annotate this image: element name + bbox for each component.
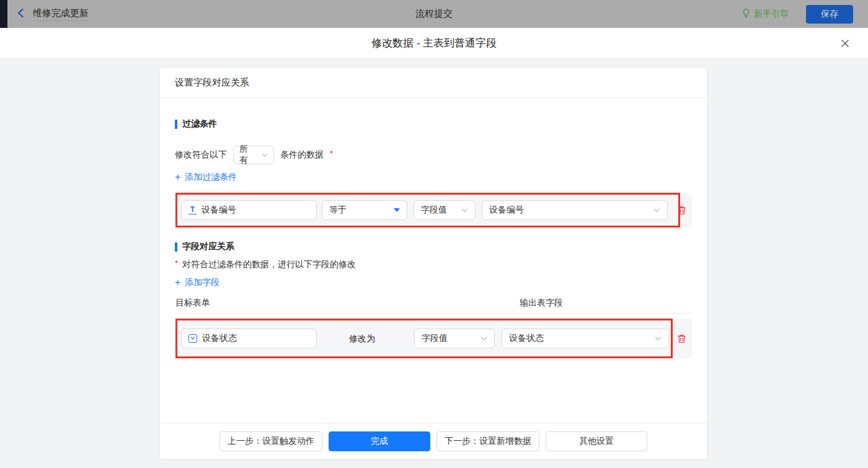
chevron-down-icon	[262, 153, 268, 157]
beginner-guide-button[interactable]: 新手引导	[742, 8, 789, 20]
mapping-note-text: 对符合过滤条件的数据，进行以下字段的修改	[182, 259, 356, 270]
topbar-center-title: 流程提交	[0, 0, 868, 28]
condition-suffix: 条件的数据	[280, 149, 324, 161]
delete-mapping-row-button[interactable]	[676, 333, 687, 344]
text-field-icon: T	[188, 206, 197, 214]
mapping-value-type-select[interactable]: 字段值	[414, 329, 495, 348]
screen: 维修完成更新 流程提交 新手引导 保存 修改数据 - 主表到普通字段 设置字段对…	[0, 0, 868, 468]
mapping-section-label: 字段对应关系	[182, 241, 234, 252]
plus-icon: +	[175, 172, 180, 183]
filter-field-value: 设备编号	[202, 205, 236, 216]
required-asterisk: *	[175, 258, 178, 268]
target-form-column-header: 目标表单	[175, 298, 210, 309]
settings-card: 设置字段对应关系 过滤条件 修改符合以下 所有 条件的数据 * + 添加过滤条件	[160, 68, 707, 459]
card-header: 设置字段对应关系	[160, 68, 707, 98]
condition-line: 修改符合以下 所有 条件的数据 *	[175, 145, 333, 165]
value-field-value: 设备编号	[489, 205, 524, 216]
prev-step-button[interactable]: 上一步：设置触发动作	[219, 431, 322, 451]
mapping-note: * 对符合过滤条件的数据，进行以下字段的修改	[175, 259, 356, 270]
mapping-value-type-value: 字段值	[422, 333, 448, 344]
modal-title: 修改数据 - 主表到普通字段	[371, 36, 497, 50]
topbar: 维修完成更新 流程提交 新手引导 保存	[0, 0, 868, 28]
modify-to-label: 修改为	[349, 333, 375, 345]
save-button[interactable]: 保存	[806, 5, 853, 24]
filter-section-title: 过滤条件	[175, 118, 217, 130]
field-mapping-row: 设备状态 修改为 字段值 设备状态	[175, 319, 692, 358]
value-field-select[interactable]: 设备编号	[482, 200, 668, 220]
filter-field-input[interactable]: T 设备编号	[181, 200, 317, 220]
mapping-value-field-select[interactable]: 设备状态	[502, 329, 669, 348]
modal-header: 修改数据 - 主表到普通字段	[0, 28, 868, 59]
operator-value: 等于	[329, 205, 347, 216]
mapping-column-headers: 目标表单 输出表字段	[175, 293, 692, 314]
condition-prefix: 修改符合以下	[175, 149, 227, 161]
value-type-select[interactable]: 字段值	[414, 200, 476, 220]
value-type-value: 字段值	[421, 205, 447, 216]
trash-icon	[676, 333, 687, 344]
add-field-label: 添加字段	[185, 277, 219, 288]
close-button[interactable]	[837, 35, 853, 51]
done-button[interactable]: 完成	[329, 431, 430, 451]
close-icon	[840, 38, 850, 48]
chevron-down-icon	[480, 337, 487, 341]
section-accent-bar	[175, 120, 177, 129]
target-field-input[interactable]: 设备状态	[181, 329, 317, 348]
other-settings-button[interactable]: 其他设置	[546, 431, 647, 451]
condition-scope-value: 所有	[239, 144, 255, 166]
chevron-down-icon	[461, 208, 468, 213]
section-accent-bar	[175, 242, 177, 252]
next-step-button[interactable]: 下一步：设置新增数据	[436, 431, 539, 451]
add-filter-condition-label: 添加过滤条件	[185, 172, 237, 183]
operator-select[interactable]: 等于	[322, 200, 407, 220]
plus-icon: +	[175, 277, 180, 288]
mapping-value-field-value: 设备状态	[509, 333, 544, 344]
mapping-section-title: 字段对应关系	[175, 241, 234, 252]
add-field-link[interactable]: + 添加字段	[175, 277, 219, 288]
card-footer: 上一步：设置触发动作 完成 下一步：设置新增数据 其他设置	[160, 423, 707, 459]
add-filter-condition-link[interactable]: + 添加过滤条件	[175, 172, 237, 183]
select-field-icon	[188, 334, 197, 343]
beginner-guide-label: 新手引导	[754, 9, 789, 20]
lightbulb-icon	[742, 8, 751, 20]
caret-down-icon	[394, 208, 400, 212]
condition-scope-select[interactable]: 所有	[233, 146, 274, 164]
delete-filter-row-button[interactable]	[676, 205, 687, 216]
modal-body: 设置字段对应关系 过滤条件 修改符合以下 所有 条件的数据 * + 添加过滤条件	[0, 59, 868, 468]
target-field-value: 设备状态	[202, 333, 237, 344]
output-field-column-header: 输出表字段	[520, 298, 563, 309]
required-asterisk: *	[330, 149, 333, 158]
topbar-right: 新手引导 保存	[742, 0, 853, 28]
filter-section-label: 过滤条件	[182, 118, 217, 130]
chevron-down-icon	[655, 337, 662, 341]
trash-icon	[676, 205, 687, 216]
chevron-down-icon	[653, 208, 660, 213]
filter-condition-row: T 设备编号 等于 字段值 设备编号	[175, 193, 692, 227]
